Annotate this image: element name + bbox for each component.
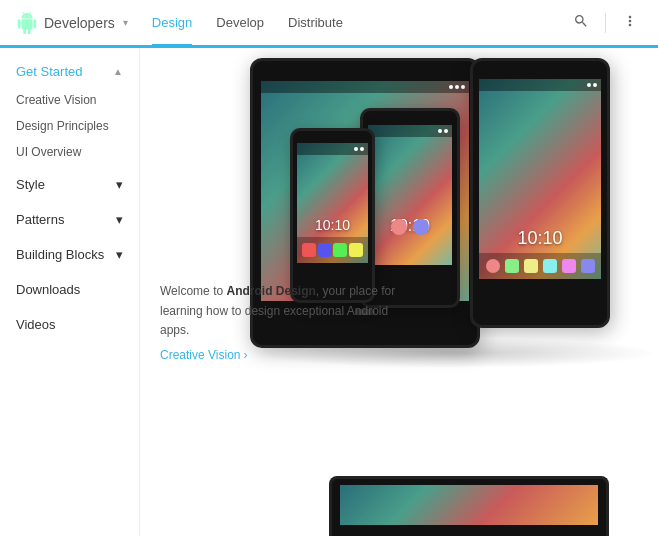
nav-divider: [605, 13, 606, 33]
bottom-tablet-screen: [340, 485, 598, 525]
logo[interactable]: Developers ▾: [16, 12, 128, 34]
tablet-status-bar: [261, 81, 469, 93]
avatar-2: [413, 219, 429, 235]
phone-right-status-bar: [479, 79, 601, 91]
sidebar-building-blocks-header[interactable]: Building Blocks ▾: [0, 239, 139, 270]
battery-icon-2: [444, 129, 448, 133]
bottom-device-hint: [280, 456, 658, 536]
phone-sm-status-bar: [297, 143, 368, 155]
chevron-down-icon: ▾: [116, 177, 123, 192]
signal-icon-3: [354, 147, 358, 151]
sidebar-get-started-header[interactable]: Get Started ▲: [0, 56, 139, 87]
app-icon-r2: [505, 259, 519, 273]
creative-vision-link[interactable]: Creative Vision ›: [160, 348, 247, 362]
sidebar-item-ui-overview[interactable]: UI Overview: [0, 139, 139, 165]
more-button[interactable]: [618, 9, 642, 37]
hero-section: 10:10 10:10: [140, 48, 658, 388]
signal-icon-2: [438, 129, 442, 133]
avatar-row: [368, 219, 452, 235]
app-icon-r4: [543, 259, 557, 273]
description-area: Welcome to Android Design, your place fo…: [140, 266, 440, 378]
sidebar-style-header[interactable]: Style ▾: [0, 169, 139, 200]
bottom-tablet: [329, 476, 609, 536]
top-navigation: Developers ▾ Design Develop Distribute: [0, 0, 658, 48]
sidebar-videos-header[interactable]: Videos: [0, 309, 139, 340]
sidebar-style-label: Style: [16, 177, 45, 192]
sidebar-section-videos: Videos: [0, 309, 139, 340]
main-layout: Get Started ▲ Creative Vision Design Pri…: [0, 48, 658, 536]
sidebar-section-building-blocks: Building Blocks ▾: [0, 239, 139, 270]
sidebar-get-started-label: Get Started: [16, 64, 82, 79]
sidebar-section-get-started: Get Started ▲ Creative Vision Design Pri…: [0, 56, 139, 165]
battery-icon-4: [593, 83, 597, 87]
phone-mid-status-bar: [368, 125, 452, 137]
phone-right-clock: 10:10: [517, 228, 562, 249]
description-brand: Android Design: [226, 284, 315, 298]
nav-design[interactable]: Design: [152, 1, 192, 47]
android-logo-icon: [16, 12, 38, 34]
signal-icon-4: [587, 83, 591, 87]
battery-icon-3: [360, 147, 364, 151]
phone-sm-clock: 10:10: [315, 217, 350, 233]
hero-description: Welcome to Android Design, your place fo…: [160, 282, 420, 340]
search-button[interactable]: [569, 9, 593, 37]
wifi-icon: [455, 85, 459, 89]
sidebar-item-design-principles[interactable]: Design Principles: [0, 113, 139, 139]
phone-right-screen: 10:10: [479, 79, 601, 279]
main-content: 10:10 10:10: [140, 48, 658, 536]
phone-mid-screen: 10:10: [368, 125, 452, 265]
avatar-1: [391, 219, 407, 235]
creative-vision-arrow: ›: [243, 348, 247, 362]
nav-actions: [569, 9, 642, 37]
search-icon: [573, 13, 589, 29]
sidebar-building-blocks-label: Building Blocks: [16, 247, 104, 262]
app-icon-3: [333, 243, 347, 257]
sidebar-section-downloads: Downloads: [0, 274, 139, 305]
nav-links: Design Develop Distribute: [152, 1, 569, 44]
sidebar-videos-label: Videos: [16, 317, 56, 332]
sidebar-downloads-label: Downloads: [16, 282, 80, 297]
app-icon-r6: [581, 259, 595, 273]
signal-icon: [449, 85, 453, 89]
app-icons-bar: [297, 237, 368, 263]
logo-text: Developers: [44, 15, 115, 31]
sidebar-downloads-header[interactable]: Downloads: [0, 274, 139, 305]
chevron-up-icon: ▲: [113, 66, 123, 77]
app-icon-r3: [524, 259, 538, 273]
app-icon-1: [302, 243, 316, 257]
phone-sm-screen: 10:10: [297, 143, 368, 263]
creative-vision-label: Creative Vision: [160, 348, 240, 362]
app-icon-2: [318, 243, 332, 257]
nav-distribute[interactable]: Distribute: [288, 1, 343, 44]
more-icon: [622, 13, 638, 29]
chevron-down-icon-3: ▾: [116, 247, 123, 262]
sidebar: Get Started ▲ Creative Vision Design Pri…: [0, 48, 140, 536]
sidebar-patterns-header[interactable]: Patterns ▾: [0, 204, 139, 235]
device-phone-right: 10:10: [470, 58, 610, 328]
battery-icon: [461, 85, 465, 89]
sidebar-item-creative-vision[interactable]: Creative Vision: [0, 87, 139, 113]
app-icon-4: [349, 243, 363, 257]
app-icon-r5: [562, 259, 576, 273]
nav-develop[interactable]: Develop: [216, 1, 264, 44]
sidebar-section-style: Style ▾: [0, 169, 139, 200]
phone-right-app-bar: [479, 253, 601, 279]
logo-dropdown-arrow: ▾: [123, 17, 128, 28]
sidebar-patterns-label: Patterns: [16, 212, 64, 227]
chevron-down-icon-2: ▾: [116, 212, 123, 227]
app-icon-r1: [486, 259, 500, 273]
sidebar-section-patterns: Patterns ▾: [0, 204, 139, 235]
description-prefix: Welcome to: [160, 284, 226, 298]
